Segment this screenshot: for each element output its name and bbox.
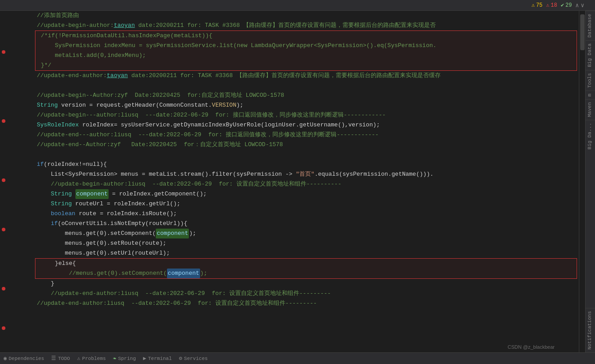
comp-close: );	[189, 229, 196, 238]
right-tabs-panel: Database Big Data Tools m Maven Big Da..…	[585, 11, 595, 352]
type-sysrole: SysRoleIndex	[37, 120, 79, 130]
down-arrow-icon[interactable]: ∨	[581, 2, 584, 9]
code-line-30: //update-end-author:liusq --date:2022-06…	[33, 299, 579, 308]
tab-m[interactable]: m	[586, 91, 595, 100]
code-line-3: /*if(!PermissionDataUtil.hasIndexPage(me…	[37, 31, 575, 41]
code-line-23: menus.get(0).setComponent( component );	[33, 229, 579, 238]
tab-notifications[interactable]: Notifications	[586, 308, 595, 352]
code-line-10: String version = request.getHeader(Commo…	[33, 100, 579, 110]
comment-27b: );	[200, 269, 207, 278]
highlighted-block-2: }else{ //menus.get(0).setComponent( comp…	[35, 258, 577, 279]
breakpoint-dot-4	[2, 228, 5, 231]
breakpoint-dot-3	[2, 178, 5, 182]
comment-18: //update-begin-author:liusq --date:2022-…	[37, 179, 341, 189]
comment-2a: //update-begin-author:	[37, 21, 114, 30]
warning-count: 75	[536, 2, 542, 9]
tab-bigdata-label: Big Data	[587, 43, 592, 67]
comment-7c: date:20200211 for: TASK #3368 【路由缓存】首页的缓…	[128, 71, 441, 81]
error-icon: ⚠	[546, 2, 549, 9]
list-code: List<SysPermission> menus = metaList.str…	[37, 169, 296, 179]
error-badge[interactable]: ⚠ 18	[546, 2, 557, 9]
space-comp	[72, 189, 75, 199]
code-line-28: }	[33, 279, 579, 289]
code-line-13: //update-end---author:liusq ---date:2022…	[33, 130, 579, 140]
tab-bigdata[interactable]: Big Data	[586, 40, 595, 70]
comment-27a: //menus.get(0).setComponent(	[41, 269, 167, 278]
comment-13: //update-end---author:liusq ---date:2022…	[37, 130, 379, 140]
comp-eq: = roleIndex.getComponent();	[109, 189, 206, 199]
comment-1: //添加首页路由	[37, 11, 79, 21]
menus-set-route: menus.get(0).setRoute(route);	[37, 238, 166, 248]
tab-m-label: m	[587, 94, 592, 97]
semicolon-1: );	[236, 100, 244, 110]
tab-bigda2-label: Big Da...	[587, 123, 592, 149]
routeurl-rest: routeUrl = roleIndex.getUrl();	[72, 199, 180, 209]
vertical-scrollbar[interactable]	[579, 11, 585, 352]
tab-bigda2[interactable]: Big Da...	[586, 120, 595, 152]
status-todo[interactable]: ☰ TODO	[51, 355, 70, 362]
tab-spacer	[586, 152, 595, 308]
code-line-7: //update-end-author:taoyan date:20200211…	[33, 71, 579, 81]
status-dependencies[interactable]: ◉ Dependencies	[4, 355, 44, 362]
breakpoint-dot-2	[2, 119, 5, 123]
comment-30: //update-end-author:liusq --date:2022-06…	[37, 299, 317, 308]
highlighted-block-1: /*if(!PermissionDataUtil.hasIndexPage(me…	[35, 30, 577, 71]
status-spring[interactable]: ❧ Spring	[113, 355, 136, 362]
space-bool	[37, 209, 51, 219]
code-line-17: List<SysPermission> menus = metaList.str…	[33, 169, 579, 179]
ok-count: 29	[565, 2, 572, 9]
comment-2b: taoyan	[114, 21, 135, 30]
csdn-watermark: CSDN @z_blackbear	[508, 344, 555, 350]
code-line-27: //menus.get(0).setComponent( component )…	[37, 269, 575, 278]
tab-database[interactable]: Database	[586, 11, 595, 40]
status-problems[interactable]: ⚠ Problems	[77, 355, 106, 362]
string-type	[37, 189, 51, 199]
spring-icon: ❧	[113, 355, 116, 362]
kw-if: if	[37, 160, 44, 169]
code-line-18: //update-begin-author:liusq --date:2022-…	[33, 179, 579, 189]
status-services[interactable]: ⚙ Services	[179, 355, 208, 362]
code-area[interactable]: //添加首页路由 //update-begin-author:taoyan da…	[30, 11, 579, 352]
constant-version: VERSION	[212, 100, 236, 110]
scrollbar-thumb[interactable]	[580, 14, 585, 50]
breakpoint-dot-1	[2, 50, 5, 54]
space-1: version = request.getHeader(CommonConsta…	[58, 100, 212, 110]
nav-arrows[interactable]: ∧ ∨	[575, 2, 584, 9]
tab-tools[interactable]: Tools	[586, 70, 595, 91]
code-line-9: //update-begin--Author:zyf Date:20220425…	[33, 91, 579, 100]
services-label: Services	[184, 356, 208, 361]
comment-6: }*/	[41, 61, 51, 70]
code-line-4: SysPermission indexMenu = sysPermissionS…	[37, 41, 575, 51]
ok-badge[interactable]: ✔ 29	[561, 2, 572, 9]
tab-maven[interactable]: Maven	[586, 99, 595, 120]
dependencies-icon: ◉	[4, 355, 7, 362]
todo-label: TODO	[58, 356, 70, 361]
tab-tools-label: Tools	[587, 73, 592, 88]
terminal-label: Terminal	[148, 356, 172, 361]
comment-14: //update-end--Author:zyf Date:20220425 f…	[37, 140, 283, 150]
filter-rest: .equals(sysPermission.getName())).	[315, 169, 433, 179]
component-var-1: component	[75, 189, 109, 199]
editor-main: //添加首页路由 //update-begin-author:taoyan da…	[0, 11, 595, 352]
problems-icon: ⚠	[77, 355, 80, 362]
warning-icon: ⚠	[531, 2, 534, 9]
breakpoint-gutter	[0, 11, 7, 352]
close-brace: }	[37, 279, 54, 289]
space-if2	[37, 219, 51, 229]
spring-label: Spring	[118, 356, 136, 361]
code-line-20: String routeUrl = roleIndex.getUrl();	[33, 199, 579, 209]
code-line-25: menus.get(0).setUrl(routeUrl);	[33, 248, 579, 258]
up-arrow-icon[interactable]: ∧	[575, 2, 579, 9]
string-kw2: String	[51, 199, 72, 209]
comment-7b: taoyan	[107, 71, 128, 81]
tab-notifications-label: Notifications	[587, 311, 592, 350]
if-condition: (roleIndex!=null){	[44, 160, 107, 169]
status-terminal[interactable]: ▶ Terminal	[143, 355, 172, 362]
top-bar: ⚠ 75 ⚠ 18 ✔ 29 ∧ ∨	[0, 0, 595, 11]
routeurl-code	[37, 199, 51, 209]
string-homepage: "首页"	[296, 169, 315, 179]
line-numbers	[7, 11, 30, 352]
comment-2c: date:20200211 for: TASK #3368 【路由缓存】首页的缓…	[135, 21, 436, 30]
warning-badge[interactable]: ⚠ 75	[531, 2, 542, 9]
code-line-24: menus.get(0).setRoute(route);	[33, 238, 579, 248]
